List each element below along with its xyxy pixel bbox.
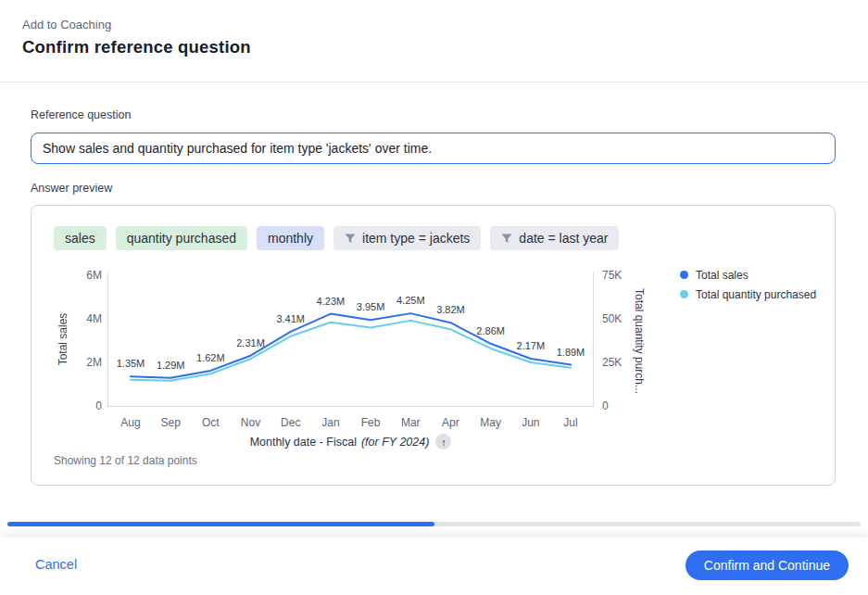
x-axis-subtitle: (for FY 2024) [361, 436, 429, 449]
token-chip-label: item type = jackets [362, 231, 470, 246]
footer-bar: Cancel Confirm and Continue [0, 538, 868, 595]
legend-label: Total quantity purchased [696, 288, 816, 301]
data-label: 3.41M [276, 313, 305, 324]
data-label: 3.82M [436, 304, 465, 315]
left-axis-tick: 4M [69, 311, 102, 326]
breadcrumb: Add to Coaching [22, 18, 111, 32]
token-chip-date-last-year[interactable]: date = last year [490, 226, 619, 250]
page-title: Confirm reference question [22, 37, 251, 57]
sort-ascending-icon[interactable]: ↑ [435, 434, 451, 449]
right-axis-tick: 50K [602, 311, 639, 326]
token-chip-sales[interactable]: sales [54, 226, 107, 250]
confirm-and-continue-button[interactable]: Confirm and Continue [686, 551, 849, 580]
token-chip-quantity-purchased[interactable]: quantity purchased [116, 226, 247, 250]
data-label: 3.95M [357, 301, 385, 312]
right-axis-title: Total quantity purch... [633, 288, 646, 394]
right-axis-tick: 0 [602, 399, 639, 413]
token-chip-item-type-jackets[interactable]: item type = jackets [333, 226, 481, 250]
token-chips: salesquantity purchasedmonthlyitem type … [54, 226, 619, 250]
reference-question-input[interactable] [31, 133, 836, 164]
legend-label: Total sales [696, 269, 748, 282]
token-chip-label: monthly [268, 231, 313, 246]
legend-dot-icon [680, 271, 688, 279]
cancel-button[interactable]: Cancel [35, 557, 77, 572]
answer-preview-panel: salesquantity purchasedmonthlyitem type … [31, 205, 836, 486]
left-axis-tick: 2M [69, 355, 102, 370]
legend-item[interactable]: Total quantity purchased [680, 285, 816, 304]
x-axis-title-text: Monthly date - Fiscal [250, 436, 357, 449]
reference-question-label: Reference question [31, 108, 131, 121]
right-axis-tick: 75K [602, 268, 639, 283]
token-chip-label: date = last year [519, 231, 608, 246]
x-axis-label-jul: Jul [543, 415, 598, 430]
progress-bar-fill [7, 522, 434, 526]
data-label: 1.35M [117, 358, 145, 369]
x-axis-title: Monthly date - Fiscal (for FY 2024) ↑ [107, 434, 594, 449]
up-arrow-glyph: ↑ [441, 437, 447, 448]
data-points-footnote: Showing 12 of 12 data points [54, 454, 197, 467]
series-line-left[interactable] [131, 313, 571, 378]
filter-funnel-icon [501, 234, 512, 244]
data-label: 1.89M [557, 347, 585, 358]
data-label: 4.25M [396, 295, 425, 306]
legend-dot-icon [680, 290, 688, 298]
left-axis-tick: 0 [69, 399, 102, 413]
data-label: 1.62M [196, 352, 225, 363]
answer-preview-label: Answer preview [31, 182, 112, 195]
progress-bar-track [7, 522, 861, 526]
right-axis-tick: 25K [602, 355, 639, 370]
token-chip-label: sales [65, 231, 95, 246]
chart-legend: Total salesTotal quantity purchased [680, 265, 816, 304]
token-chip-monthly[interactable]: monthly [257, 226, 324, 250]
confirm-reference-question-dialog: Add to Coaching Confirm reference questi… [0, 0, 868, 595]
legend-item[interactable]: Total sales [680, 265, 816, 285]
left-axis-tick: 6M [69, 268, 102, 283]
data-label: 1.29M [157, 360, 185, 371]
data-label: 2.86M [476, 325, 505, 336]
data-label: 4.23M [317, 296, 346, 307]
filter-funnel-icon [345, 234, 356, 244]
data-label: 2.17M [517, 340, 546, 351]
data-label: 2.31M [236, 337, 265, 348]
header-divider [0, 82, 868, 82]
left-axis-title: Total sales [57, 313, 69, 366]
line-chart[interactable]: 1.35M1.29M1.62M2.31M3.41M4.23M3.95M4.25M… [107, 270, 594, 416]
token-chip-label: quantity purchased [127, 231, 236, 246]
